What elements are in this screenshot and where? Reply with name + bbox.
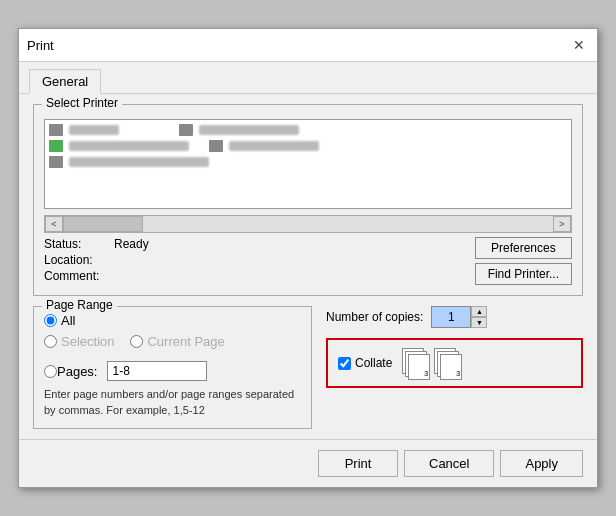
printer-icon	[49, 124, 63, 136]
list-item[interactable]	[49, 124, 567, 136]
copies-row: Number of copies: ▲ ▼	[326, 306, 583, 328]
status-row: Status: Ready	[44, 237, 462, 251]
print-dialog: Print ✕ General Select Printer	[18, 28, 598, 488]
page-range-hint: Enter page numbers and/or page ranges se…	[44, 387, 301, 418]
collate-box: Collate 1 2 3 1 2 3	[326, 338, 583, 388]
printer-name	[69, 125, 119, 135]
current-page-label[interactable]: Current Page	[147, 334, 224, 349]
select-printer-label: Select Printer	[42, 96, 122, 110]
dialog-title: Print	[27, 38, 54, 53]
location-row: Location:	[44, 253, 462, 267]
status-label: Status:	[44, 237, 114, 251]
collate-checkbox[interactable]	[338, 357, 351, 370]
comment-label: Comment:	[44, 269, 114, 283]
horizontal-scrollbar[interactable]: < >	[44, 215, 572, 233]
tab-general[interactable]: General	[29, 69, 101, 94]
collate-icon: 1 2 3 1 2 3	[402, 348, 462, 378]
select-printer-group: Select Printer	[33, 104, 583, 296]
copies-input[interactable]	[431, 306, 471, 328]
spinner-buttons: ▲ ▼	[471, 306, 487, 328]
page-range-label: Page Range	[42, 298, 117, 312]
all-radio-row[interactable]: All	[44, 313, 301, 328]
title-bar: Print ✕	[19, 29, 597, 62]
dialog-body: Select Printer	[19, 94, 597, 439]
collate-label[interactable]: Collate	[338, 356, 392, 370]
all-label[interactable]: All	[61, 313, 75, 328]
print-button[interactable]: Print	[318, 450, 398, 477]
copies-spinner: ▲ ▼	[431, 306, 487, 328]
tab-bar: General	[19, 62, 597, 94]
side-buttons: Preferences Find Printer...	[475, 237, 572, 285]
selection-radio[interactable]	[44, 335, 57, 348]
pages-row: Pages:	[44, 361, 301, 381]
printer-name	[199, 125, 299, 135]
status-value: Ready	[114, 237, 149, 251]
cancel-button[interactable]: Cancel	[404, 450, 494, 477]
printer-icon	[49, 156, 63, 168]
preferences-button[interactable]: Preferences	[475, 237, 572, 259]
bottom-bar: Print Cancel Apply	[19, 439, 597, 487]
printer-icon-green	[49, 140, 63, 152]
page-stack-2: 1 2 3	[434, 348, 462, 378]
content-row: Page Range All Selection Current Page	[33, 306, 583, 429]
page-sheet: 3	[408, 354, 430, 380]
copies-area: Number of copies: ▲ ▼ Collate	[326, 306, 583, 429]
close-button[interactable]: ✕	[569, 35, 589, 55]
copies-label: Number of copies:	[326, 310, 423, 324]
printer-name	[229, 141, 319, 151]
collate-text: Collate	[355, 356, 392, 370]
printer-list[interactable]	[44, 119, 572, 209]
status-area: Status: Ready Location: Comment: Prefere…	[44, 237, 572, 283]
printer-name	[69, 141, 189, 151]
location-label: Location:	[44, 253, 114, 267]
spinner-up-button[interactable]: ▲	[471, 306, 487, 317]
scroll-left-button[interactable]: <	[45, 216, 63, 232]
selection-radio-row[interactable]: Selection	[44, 334, 114, 349]
list-item[interactable]	[49, 140, 567, 152]
scroll-thumb[interactable]	[63, 216, 143, 232]
selection-label[interactable]: Selection	[61, 334, 114, 349]
scroll-track[interactable]	[63, 216, 553, 232]
apply-button[interactable]: Apply	[500, 450, 583, 477]
pages-input[interactable]	[107, 361, 207, 381]
page-sheet: 3	[440, 354, 462, 380]
all-radio[interactable]	[44, 314, 57, 327]
printer-icon	[209, 140, 223, 152]
pages-label[interactable]: Pages:	[57, 364, 97, 379]
page-range-group: Page Range All Selection Current Page	[33, 306, 312, 429]
page-stack-1: 1 2 3	[402, 348, 430, 378]
pages-radio[interactable]	[44, 365, 57, 378]
scroll-right-button[interactable]: >	[553, 216, 571, 232]
current-page-radio[interactable]	[130, 335, 143, 348]
printer-name	[69, 157, 209, 167]
find-printer-button[interactable]: Find Printer...	[475, 263, 572, 285]
list-item[interactable]	[49, 156, 567, 168]
printer-icon	[179, 124, 193, 136]
comment-row: Comment:	[44, 269, 462, 283]
current-page-radio-row[interactable]: Current Page	[130, 334, 224, 349]
spinner-down-button[interactable]: ▼	[471, 317, 487, 328]
